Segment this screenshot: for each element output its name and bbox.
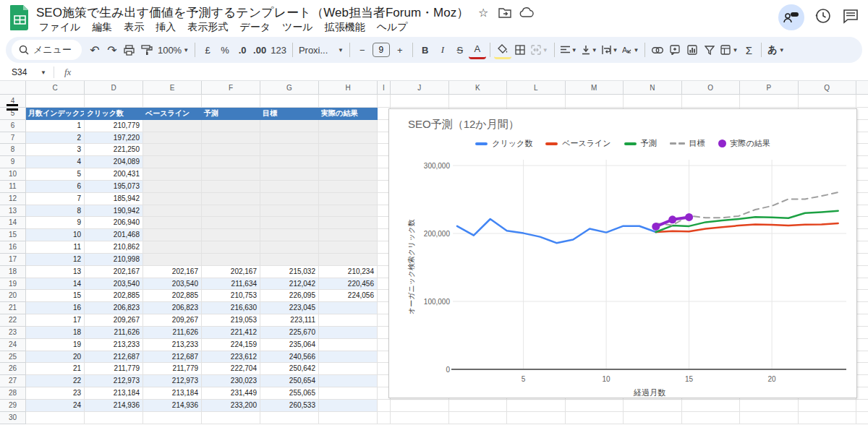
row-header-17[interactable]: 17 (0, 254, 26, 266)
cell-G20[interactable]: 226,095 (260, 290, 319, 302)
cell-C15[interactable]: 10 (26, 229, 85, 241)
column-header-L[interactable]: L (507, 81, 566, 95)
cell-H29[interactable] (319, 400, 378, 412)
cell-D10[interactable]: 200,431 (85, 168, 143, 181)
cell-C16[interactable]: 11 (26, 241, 85, 254)
row-header-24[interactable]: 24 (0, 339, 26, 351)
cell-x10[interactable] (856, 168, 868, 181)
cell-H11[interactable] (319, 181, 378, 193)
cell-I30[interactable] (378, 412, 391, 424)
column-header-I[interactable]: I (378, 81, 391, 95)
cell-D16[interactable]: 210,862 (85, 241, 143, 254)
cell-F27[interactable]: 230,023 (202, 375, 260, 387)
cell-F4[interactable] (202, 95, 260, 108)
legend-item-clicks[interactable]: クリック数 (475, 138, 532, 149)
row-header-19[interactable]: 19 (0, 278, 26, 291)
cell-K30[interactable] (449, 412, 508, 424)
cell-C30[interactable] (26, 412, 85, 424)
cell-C14[interactable]: 9 (26, 217, 85, 229)
cell-D17[interactable]: 210,998 (85, 254, 143, 266)
cell-P4[interactable] (740, 95, 799, 108)
column-header-E[interactable]: E (143, 81, 202, 95)
text-color-button[interactable]: A (469, 40, 486, 59)
cell-E5[interactable]: ベースライン (143, 108, 202, 120)
document-title[interactable]: SEO施策で生み出す価値を予測するテンプレート（Web担当者Forum・Moz） (36, 4, 469, 21)
cell-P29[interactable] (740, 400, 799, 412)
cell-H24[interactable] (319, 339, 378, 351)
cell-D22[interactable]: 209,267 (85, 314, 143, 327)
cell-G21[interactable]: 223,045 (260, 302, 319, 314)
cell-J29[interactable] (391, 400, 449, 412)
cell-D19[interactable]: 203,540 (85, 278, 143, 291)
row-header-25[interactable]: 25 (0, 351, 26, 364)
cell-L29[interactable] (507, 400, 566, 412)
legend-item-actual[interactable]: 実際の結果 (718, 138, 770, 149)
cell-D18[interactable]: 202,167 (85, 266, 143, 278)
cell-C21[interactable]: 16 (26, 302, 85, 314)
cell-H21[interactable] (319, 302, 378, 314)
cell-E13[interactable] (143, 205, 202, 218)
cell-C17[interactable]: 12 (26, 254, 85, 266)
cell-G19[interactable]: 212,042 (260, 278, 319, 291)
row-header-11[interactable]: 11 (0, 181, 26, 193)
cell-D27[interactable]: 212,973 (85, 375, 143, 387)
row-header-13[interactable]: 13 (0, 205, 26, 218)
cell-G23[interactable]: 225,670 (260, 327, 319, 339)
menu-item-4[interactable]: 表示形式 (182, 20, 234, 35)
fill-color-button[interactable] (494, 40, 511, 59)
cell-F11[interactable] (202, 181, 260, 193)
decrease-decimal-button[interactable]: .0 (234, 40, 251, 59)
cell-E15[interactable] (143, 229, 202, 241)
cell-C12[interactable]: 7 (26, 193, 85, 205)
cell-O4[interactable] (682, 95, 741, 108)
column-header-F[interactable]: F (202, 81, 260, 95)
cell-D13[interactable]: 190,942 (85, 205, 143, 218)
cell-M30[interactable] (566, 412, 624, 424)
cell-C28[interactable]: 23 (26, 387, 85, 400)
menu-item-5[interactable]: データ (234, 20, 276, 35)
merge-cells-button[interactable]: ▼ (529, 40, 550, 59)
functions-button[interactable]: Σ (740, 40, 757, 59)
cell-F7[interactable] (202, 132, 260, 145)
cell-E21[interactable]: 206,823 (143, 302, 202, 314)
cell-x5[interactable] (856, 108, 868, 120)
cell-F25[interactable]: 223,612 (202, 351, 260, 364)
cell-D12[interactable]: 185,942 (85, 193, 143, 205)
cell-H16[interactable] (319, 241, 378, 254)
italic-button[interactable]: I (434, 40, 451, 59)
cell-x16[interactable] (856, 241, 868, 254)
cell-x22[interactable] (856, 314, 868, 327)
cell-G7[interactable] (260, 132, 319, 145)
cell-K4[interactable] (449, 95, 508, 108)
cell-E18[interactable]: 202,167 (143, 266, 202, 278)
cell-E12[interactable] (143, 193, 202, 205)
cell-H17[interactable] (319, 254, 378, 266)
cell-D25[interactable]: 212,687 (85, 351, 143, 364)
cell-G25[interactable]: 240,566 (260, 351, 319, 364)
row-header-16[interactable]: 16 (0, 241, 26, 254)
cell-D15[interactable]: 201,468 (85, 229, 143, 241)
cell-C9[interactable]: 4 (26, 156, 85, 168)
text-wrap-button[interactable]: ▼ (600, 40, 621, 59)
cell-G9[interactable] (260, 156, 319, 168)
presence-indicator[interactable] (778, 4, 804, 30)
row-header-23[interactable]: 23 (0, 327, 26, 339)
select-all-corner[interactable] (0, 81, 26, 95)
row-header-4[interactable]: 4 (0, 95, 26, 108)
cell-G26[interactable]: 250,642 (260, 363, 319, 375)
cell-E20[interactable]: 202,885 (143, 290, 202, 302)
borders-button[interactable] (511, 40, 529, 59)
cell-D24[interactable]: 213,233 (85, 339, 143, 351)
insert-chart-button[interactable] (684, 40, 701, 59)
row-header-21[interactable]: 21 (0, 302, 26, 314)
cell-F17[interactable] (202, 254, 260, 266)
cell-G30[interactable] (260, 412, 319, 424)
cell-H6[interactable] (319, 120, 378, 132)
horizontal-align-button[interactable]: ▼ (558, 40, 579, 59)
column-header-C[interactable]: C (26, 81, 85, 95)
cell-F14[interactable] (202, 217, 260, 229)
cell-E25[interactable]: 212,687 (143, 351, 202, 364)
cell-Q29[interactable] (799, 400, 857, 412)
cloud-saved-icon[interactable] (519, 6, 534, 20)
cell-H13[interactable] (319, 205, 378, 218)
